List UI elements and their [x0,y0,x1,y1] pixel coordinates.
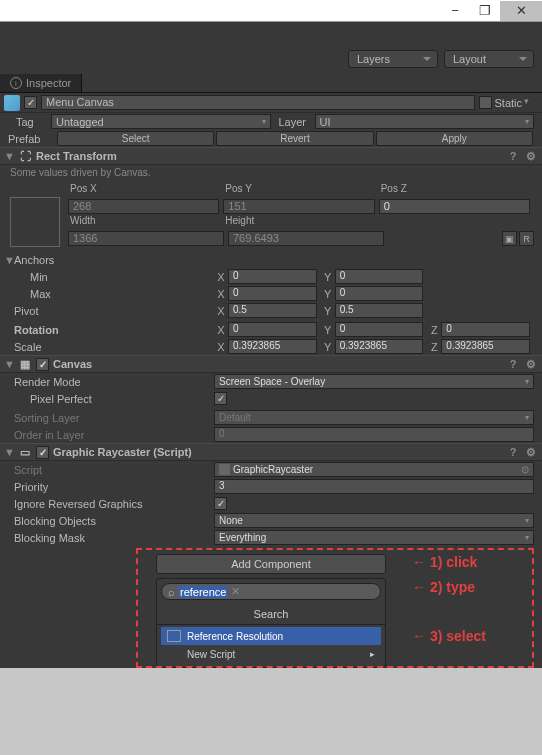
component-raycaster-header[interactable]: ▼ ▭ ✓ Graphic Raycaster (Script) ? ⚙ [0,443,542,461]
scale-label: Scale [14,341,214,353]
min-x-input[interactable]: 0 [228,269,317,284]
pivot-label: Pivot [14,305,214,317]
search-icon: ⌕ [168,586,175,598]
tab-inspector[interactable]: i Inspector [0,74,82,92]
object-name-field[interactable]: Menu Canvas [41,95,475,110]
search-box[interactable]: ⌕ reference ✕ [161,583,381,600]
annotation-2: ← 2) type [412,579,475,595]
gameobject-icon[interactable] [4,95,20,111]
foldout-icon[interactable]: ▼ [4,150,14,162]
blocking-mask-dropdown[interactable]: Everything [214,530,534,545]
script-mini-icon [219,464,230,475]
render-mode-label: Render Mode [14,376,214,388]
scale-y-input[interactable]: 0.3923865 [335,339,424,354]
popup-item-reference-resolution[interactable]: Reference Resolution [161,627,381,645]
annotation-3: ← 3) select [412,628,486,644]
canvas-enabled-checkbox[interactable]: ✓ [36,358,49,371]
static-dropdown-icon[interactable]: ▾ [524,96,538,110]
help-icon[interactable]: ? [506,149,520,163]
rect-body: Pos X Pos Y Pos Z 268 151 0 Width Height… [0,181,542,251]
raycaster-enabled-checkbox[interactable]: ✓ [36,446,49,459]
posy-input[interactable]: 151 [223,199,374,214]
width-input[interactable]: 1366 [68,231,224,246]
active-checkbox[interactable]: ✓ [24,96,37,109]
scale-z-input[interactable]: 0.3923865 [441,339,530,354]
gear-icon[interactable]: ⚙ [524,357,538,371]
prefab-row: Prefab Select Revert Apply [0,130,542,147]
max-y-input[interactable]: 0 [335,286,424,301]
pivot-y-input[interactable]: 0.5 [335,303,424,318]
priority-input[interactable]: 3 [214,479,534,494]
rect-transform-icon: ⛶ [18,149,32,163]
anchor-preset-button[interactable] [10,197,60,247]
posz-input[interactable]: 0 [379,199,530,214]
foldout-icon[interactable]: ▼ [4,358,14,370]
prefab-apply-button[interactable]: Apply [376,131,533,146]
height-input[interactable]: 769.6493 [228,231,384,246]
prefab-revert-button[interactable]: Revert [216,131,373,146]
component-canvas-header[interactable]: ▼ ▦ ✓ Canvas ? ⚙ [0,355,542,373]
minimize-button[interactable]: − [440,1,470,21]
window-chrome: − ❐ ✕ [0,0,542,22]
static-toggle[interactable]: Static ▾ [479,96,538,110]
foldout-icon[interactable]: ▼ [4,446,14,458]
rot-y-input[interactable]: 0 [335,322,424,337]
sorting-layer-dropdown[interactable]: Default [214,410,534,425]
script-icon: ▭ [18,445,32,459]
add-component-popup: ⌕ reference ✕ Search Reference Resolutio… [156,578,386,668]
static-label: Static [494,97,522,109]
raw-edit-button[interactable]: R [519,231,534,246]
ignore-reversed-checkbox[interactable]: ✓ [214,497,227,510]
tag-layer-row: Tag Untagged Layer UI [0,113,542,130]
component-item-icon [167,630,181,642]
min-label: Min [14,271,214,283]
tag-dropdown[interactable]: Untagged [51,114,271,129]
pixel-perfect-label: Pixel Perfect [14,393,214,405]
tag-label: Tag [16,116,51,128]
pivot-x-input[interactable]: 0.5 [228,303,317,318]
foldout-icon[interactable]: ▼ [4,254,14,266]
render-mode-dropdown[interactable]: Screen Space - Overlay [214,374,534,389]
rot-z-input[interactable]: 0 [441,322,530,337]
pixel-perfect-checkbox[interactable]: ✓ [214,392,227,405]
search-input[interactable]: reference [179,586,227,598]
help-icon[interactable]: ? [506,357,520,371]
component-rect-transform-header[interactable]: ▼ ⛶ Rect Transform ? ⚙ [0,147,542,165]
layers-dropdown[interactable]: Layers [348,50,438,68]
component-title: Rect Transform [36,150,117,162]
anchors-row[interactable]: ▼ Anchors [0,251,542,268]
blueprint-mode-button[interactable]: ▣ [502,231,517,246]
order-input[interactable]: 0 [214,427,534,442]
close-button[interactable]: ✕ [500,1,542,21]
posx-label: Pos X [68,183,223,199]
static-checkbox[interactable] [479,96,492,109]
help-icon[interactable]: ? [506,445,520,459]
layer-label: Layer [271,116,315,128]
max-x-input[interactable]: 0 [228,286,317,301]
blocking-objects-dropdown[interactable]: None [214,513,534,528]
prefab-select-button[interactable]: Select [57,131,214,146]
rotation-label: Rotation [14,324,214,336]
order-label: Order in Layer [14,429,214,441]
add-component-button[interactable]: Add Component [156,554,386,574]
maximize-button[interactable]: ❐ [470,1,500,21]
info-icon: i [10,77,22,89]
gear-icon[interactable]: ⚙ [524,445,538,459]
gear-icon[interactable]: ⚙ [524,149,538,163]
rot-x-input[interactable]: 0 [228,322,317,337]
popup-item-new-script[interactable]: New Script [161,645,381,663]
add-component-area: ← 1) click ← 2) type ← 3) select Add Com… [0,546,542,668]
clear-icon[interactable]: ✕ [231,585,240,598]
layout-dropdown[interactable]: Layout [444,50,534,68]
prefab-label: Prefab [4,133,56,145]
script-field[interactable]: GraphicRaycaster [214,462,534,477]
toolbar: Layers Layout [0,22,542,74]
max-label: Max [14,288,214,300]
canvas-icon: ▦ [18,357,32,371]
scale-x-input[interactable]: 0.3923865 [228,339,317,354]
object-header: ✓ Menu Canvas Static ▾ [0,93,542,113]
min-y-input[interactable]: 0 [335,269,424,284]
blocking-mask-label: Blocking Mask [14,532,214,544]
layer-dropdown[interactable]: UI [315,114,535,129]
posx-input[interactable]: 268 [68,199,219,214]
